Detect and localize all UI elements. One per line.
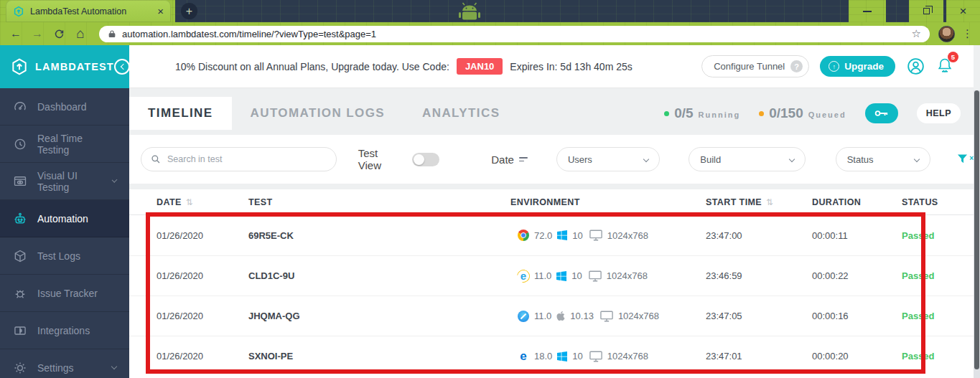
table-row[interactable]: 01/26/2020 69R5E-CK e e 72.0 10 1024x768… [129,215,974,255]
browser-profile-avatar[interactable] [938,26,955,42]
table-row[interactable]: 01/26/2020 JHQMA-QG e e 11.0 10.13 1024x… [129,296,974,336]
row-status: Passed [902,311,974,321]
sidebar-item-settings[interactable]: Settings [0,349,129,378]
table-row[interactable]: 01/26/2020 CLD1C-9U e e 11.0 10 1024x768… [129,255,974,296]
browser-address-bar: ← → ⌂ automation.lambdatest.com/timeline… [0,22,980,45]
chevron-down-icon [643,156,649,162]
running-value: 0/5 [674,105,693,121]
screen-resolution: 1024x768 [618,311,659,321]
search-input[interactable] [167,154,327,164]
run-counters: 0/5 Running 0/150 Queued HELP [664,97,974,130]
page-scrollbar[interactable] [974,90,980,378]
row-test[interactable]: SXNOI-PE [248,351,510,362]
new-tab-button[interactable]: + [181,3,197,19]
upgrade-button[interactable]: ↑ Upgrade [820,56,895,77]
forward-button[interactable]: → [29,25,46,42]
monitor-icon [589,230,602,241]
row-duration: 00:00:20 [812,351,902,362]
app: LAMBDATEST Dashboard Real Time Testing V… [0,45,980,378]
users-dropdown[interactable]: Users [556,147,660,171]
chevron-down-icon [788,156,794,162]
users-dropdown-label: Users [568,154,592,165]
row-status: Passed [902,351,974,362]
chevron-down-icon [111,364,117,369]
tab-analytics[interactable]: ANALYTICS [403,97,518,130]
col-start-time[interactable]: START TIME⇅ [690,197,812,207]
monitor-icon [589,351,602,362]
row-duration: 00:00:11 [812,230,902,241]
sidebar-item-dashboard[interactable]: Dashboard [0,88,129,126]
notifications-button[interactable]: 5 [936,56,953,77]
sidebar-item-real-time-testing[interactable]: Real Time Testing [0,126,129,163]
monitor-icon [589,270,602,282]
sidebar-item-label: Integrations [37,325,90,336]
row-start-time: 23:47:01 [690,351,812,362]
windows-icon [557,351,567,362]
os-version: 10 [571,270,582,281]
chrome-icon [518,230,529,241]
help-button[interactable]: HELP [917,103,961,123]
tab-automation-logs[interactable]: AUTOMATION LOGS [232,97,404,130]
browser-tab[interactable]: LambdaTest Automation × [6,0,171,22]
access-key-button[interactable] [865,103,898,123]
help-question-icon[interactable]: ? [790,60,803,72]
table-row[interactable]: 01/26/2020 SXNOI-PE e e 18.0 10 1024x768… [129,336,974,376]
sort-icon[interactable]: ⇅ [766,197,773,207]
row-environment: e e 11.0 10.13 1024x768 [510,311,690,322]
sidebar-item-test-logs[interactable]: Test Logs [0,237,129,275]
sidebar-item-visual-ui-testing[interactable]: Visual UI Testing [0,163,129,200]
test-view-toggle[interactable] [412,153,439,166]
screen-resolution: 1024x768 [607,351,648,362]
browser-tab-strip: LambdaTest Automation × + × [0,0,980,22]
window-close-button[interactable]: × [946,0,980,22]
internet-explorer-icon: e [518,270,529,282]
url-bar[interactable]: automation.lambdatest.com/timeline/?view… [99,26,930,42]
search-icon [151,154,161,164]
sidebar-item-automation[interactable]: Automation [0,200,129,237]
row-date: 01/26/2020 [157,311,248,321]
apple-icon [556,311,565,321]
window-minimize-button[interactable] [849,0,886,22]
notification-badge: 5 [948,52,958,62]
col-status: STATUS [902,197,974,207]
browser-menu-icon[interactable]: ⋮ [962,27,973,40]
sidebar-header: LAMBDATEST [0,45,129,88]
home-button[interactable]: ⌂ [72,25,89,42]
tab-timeline[interactable]: TIMELINE [129,97,232,130]
date-filter[interactable]: Date [491,153,528,166]
scrollbar-thumb[interactable] [974,90,979,369]
clear-filters-button[interactable]: × [957,154,974,164]
status-dropdown[interactable]: Status [836,147,931,171]
user-profile-icon[interactable] [906,57,925,76]
browser-version: 72.0 [534,230,552,241]
os-version: 10.13 [570,311,594,321]
row-test[interactable]: CLD1C-9U [248,270,510,281]
configure-tunnel-button[interactable]: Configure Tunnel ? [701,55,809,77]
tab-close-icon[interactable]: × [157,6,164,16]
issue-tracker-icon [13,286,27,301]
back-button[interactable]: ← [7,25,24,42]
window-restore-button[interactable] [909,0,943,22]
chevron-left-icon [120,64,126,70]
row-date: 01/26/2020 [157,351,248,362]
build-dropdown[interactable]: Build [689,147,805,171]
reload-button[interactable] [50,25,67,42]
row-start-time: 23:47:05 [690,311,812,321]
bookmark-star-icon[interactable]: ☆ [912,27,921,40]
row-test[interactable]: JHQMA-QG [248,311,510,321]
sidebar-item-issue-tracker[interactable]: Issue Tracker [0,275,129,312]
sidebar-collapse-button[interactable] [114,59,129,75]
chevron-down-icon [914,156,920,162]
browser-version: 11.0 [534,311,551,321]
windows-icon [556,271,566,281]
sort-icon[interactable]: ⇅ [186,197,193,207]
queued-label: Queued [808,110,846,119]
test-view-label: Test View [358,147,404,171]
sidebar-item-integrations[interactable]: Integrations [0,312,129,349]
os-version: 10 [572,351,582,362]
sidebar: LAMBDATEST Dashboard Real Time Testing V… [0,45,129,378]
search-box[interactable] [141,147,337,171]
col-environment: ENVIRONMENT [510,197,690,207]
row-test[interactable]: 69R5E-CK [248,230,510,241]
col-date[interactable]: DATE⇅ [157,197,248,207]
